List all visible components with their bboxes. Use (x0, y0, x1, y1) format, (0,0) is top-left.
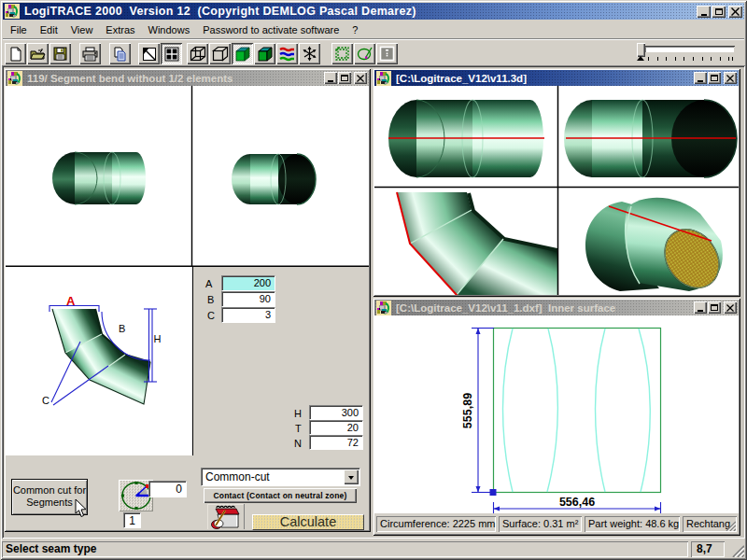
view-single-button[interactable] (138, 43, 160, 64)
param-t-input[interactable]: 20 (309, 420, 363, 435)
open-button[interactable] (27, 43, 49, 64)
minimize-icon (698, 310, 703, 312)
pipe-preview-viewports[interactable] (6, 86, 369, 267)
viewport-cylinder-front (388, 100, 544, 177)
3d-views-title: [C:\Logitrace_V12\v11.3d] (396, 73, 527, 84)
application-window: LogiTRACE 2000 Version 12 (Copyright DEM… (0, 0, 747, 560)
resize-grip-icon[interactable] (724, 519, 736, 531)
segment-bend-title-bar[interactable]: 119/ Segment bend without 1/2 elements (6, 70, 369, 86)
slider-tick (666, 57, 667, 61)
minimize-icon (701, 14, 707, 16)
slider-thumb[interactable] (637, 43, 645, 57)
selection-frame-button[interactable] (331, 43, 353, 64)
cube-wireframe-button[interactable] (187, 43, 208, 64)
rotate-arrows-icon (302, 46, 317, 62)
param-a-input[interactable]: 200 (221, 275, 275, 291)
menu-password[interactable]: Password to activate software (196, 22, 345, 37)
close-button[interactable] (724, 72, 737, 84)
color-waves-icon (279, 47, 295, 62)
param-n-label: N (294, 438, 302, 449)
minimize-icon (328, 80, 333, 82)
calculate-notepad-button[interactable] (207, 504, 245, 529)
info-panel-button[interactable] (376, 43, 398, 64)
status-value: 8,7 (691, 541, 725, 557)
unfold-pattern-view[interactable]: 555,89 556,46 (374, 315, 739, 513)
new-button[interactable] (5, 43, 26, 64)
menu-view[interactable]: View (64, 22, 100, 37)
minimize-button[interactable] (694, 72, 707, 84)
shape-panel: Rechtang (683, 516, 737, 532)
slider-tick (702, 57, 703, 61)
segment-bend-title: 119/ Segment bend without 1/2 elements (27, 73, 233, 84)
close-button[interactable] (354, 72, 367, 84)
minimize-button[interactable] (324, 72, 337, 84)
menu-help[interactable]: ? (345, 22, 364, 37)
seam-type-dropdown[interactable]: Common-cut (201, 468, 360, 486)
rotate-3d-button[interactable] (299, 43, 320, 64)
slider-tick (657, 57, 658, 61)
minimize-button[interactable] (694, 301, 707, 314)
param-b-input[interactable]: 90 (221, 291, 275, 307)
cube-solid-button[interactable] (254, 43, 275, 64)
toolbar (3, 38, 744, 65)
close-button[interactable] (724, 301, 737, 314)
surface-panel: Surface: 0.31 m² (499, 516, 582, 532)
quad-view-icon (164, 47, 179, 62)
inner-surface-title-bar[interactable]: [C:\Logitrace_V12\v11_1.dxf] Inner surfa… (374, 300, 739, 315)
maximize-button[interactable] (708, 301, 721, 314)
inner-surface-content: 555,89 556,46 Circumference: 2225 mm Sur… (374, 315, 739, 534)
render-solid-button[interactable] (232, 43, 253, 64)
menu-edit[interactable]: Edit (34, 22, 64, 37)
copy-icon (113, 47, 127, 62)
status-message: Select seam type (2, 541, 688, 557)
save-floppy-icon (53, 47, 67, 61)
mouse-cursor (75, 498, 88, 519)
maximize-button[interactable] (708, 72, 721, 84)
menu-extras[interactable]: Extras (99, 22, 141, 37)
cube-hidden-button[interactable] (209, 43, 231, 64)
3d-views-title-bar[interactable]: [C:\Logitrace_V12\v11.3d] (374, 70, 739, 86)
calculate-button[interactable]: Calculate (252, 514, 364, 530)
segment-count-input[interactable]: 1 (123, 512, 141, 528)
chevron-down-icon (348, 476, 354, 480)
param-a-label: A (205, 278, 212, 289)
unfold-circle-button[interactable] (354, 43, 375, 64)
param-c-input[interactable]: 3 (221, 307, 275, 323)
menu-windows[interactable]: Windows (142, 22, 197, 37)
print-button[interactable] (79, 43, 101, 64)
segments-button-line1: Common cut for (12, 484, 87, 497)
seam-angle-input[interactable]: 0 (148, 481, 187, 497)
pipe-segment-left-view (52, 152, 146, 204)
dropdown-button[interactable] (344, 469, 359, 484)
copy-button[interactable] (109, 43, 131, 64)
save-button[interactable] (49, 43, 71, 64)
slider-track[interactable] (644, 46, 735, 53)
view-quad-button[interactable] (161, 43, 182, 64)
3d-viewports[interactable] (374, 86, 739, 295)
contact-button[interactable]: Contact (Contact on neutral zone) (204, 488, 357, 503)
menu-file[interactable]: File (4, 22, 34, 37)
slider-tick-marker (637, 56, 644, 61)
close-icon (357, 75, 364, 82)
minimize-icon (698, 80, 703, 82)
resize-grip[interactable] (727, 541, 744, 557)
info-panel-icon (379, 46, 395, 62)
param-t-label: T (295, 423, 302, 434)
maximize-button[interactable] (712, 6, 726, 18)
param-b-label: B (207, 294, 214, 305)
viewport-cylinder-back (564, 100, 737, 177)
wireframe-cube-icon (190, 46, 206, 62)
param-n-input[interactable]: 72 (309, 435, 363, 450)
zoom-slider[interactable] (636, 43, 740, 65)
material-colors-button[interactable] (276, 43, 298, 64)
inner-surface-title: [C:\Logitrace_V12\v11_1.dxf] Inner surfa… (396, 302, 615, 314)
hidden-line-cube-icon (212, 46, 229, 62)
param-h-input[interactable]: 300 (309, 405, 363, 420)
maximize-button[interactable] (338, 72, 351, 84)
open-folder-icon (30, 47, 46, 62)
window-title: LogiTRACE 2000 Version 12 (Copyright DEM… (24, 5, 416, 18)
minimize-button[interactable] (697, 6, 711, 18)
close-button[interactable] (728, 6, 742, 18)
title-bar[interactable]: LogiTRACE 2000 Version 12 (Copyright DEM… (3, 3, 744, 20)
slider-tick (648, 57, 649, 61)
